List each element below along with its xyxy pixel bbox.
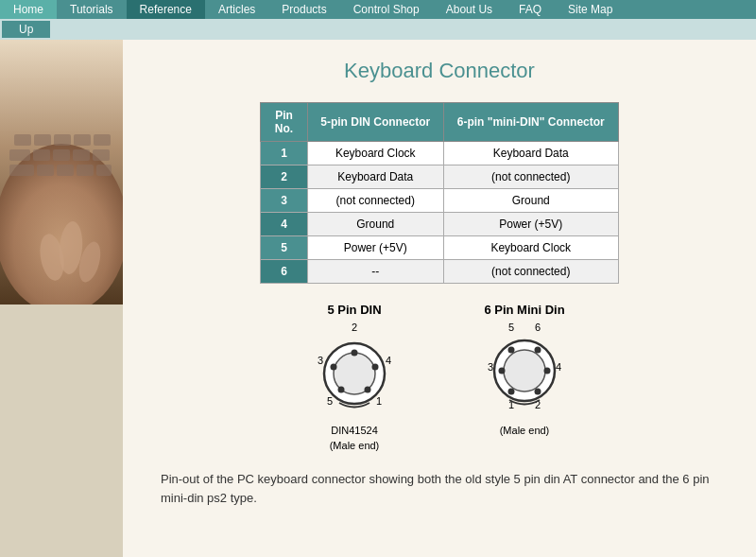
table-cell-din5: (not connected) <box>308 189 444 213</box>
svg-point-42 <box>499 368 506 374</box>
din5-caption2: (Male end) <box>298 440 411 451</box>
svg-rect-12 <box>9 165 34 176</box>
svg-rect-9 <box>53 149 70 161</box>
svg-rect-13 <box>37 165 54 176</box>
table-cell-pin: 4 <box>261 213 308 236</box>
table-cell-din5: Keyboard Data <box>308 165 444 189</box>
connector-table: Pin No. 5-pin DIN Connector 6-pin "mini-… <box>260 102 619 284</box>
diagrams-section: 5 Pin DIN 2 4 3 1 5 <box>151 303 728 451</box>
svg-rect-7 <box>9 149 30 161</box>
table-cell-din5: Keyboard Clock <box>308 142 444 165</box>
table-row: 3 (not connected) Ground <box>261 189 619 213</box>
table-header-pin: Pin No. <box>261 103 308 142</box>
din5-title: 5 Pin DIN <box>298 303 411 317</box>
svg-point-31 <box>331 364 337 371</box>
din6-caption: (Male end) <box>468 425 581 436</box>
din5-caption1: DIN41524 <box>298 425 411 436</box>
table-header-din5: 5-pin DIN Connector <box>308 103 444 142</box>
nav-controlshop[interactable]: Control Shop <box>340 0 433 19</box>
nav-sitemap[interactable]: Site Map <box>555 0 626 19</box>
svg-point-27 <box>352 350 358 357</box>
svg-point-29 <box>365 387 371 393</box>
svg-rect-2 <box>14 134 31 146</box>
svg-point-43 <box>544 368 551 374</box>
svg-point-39 <box>504 350 545 392</box>
svg-rect-8 <box>33 149 50 161</box>
svg-rect-11 <box>93 149 110 161</box>
din6-svg: 5 6 3 4 1 2 <box>468 322 581 421</box>
table-cell-pin: 6 <box>261 260 308 284</box>
din5-diagram: 5 Pin DIN 2 4 3 1 5 <box>298 303 411 451</box>
svg-text:4: 4 <box>556 361 561 373</box>
svg-point-40 <box>508 347 515 354</box>
description: Pin-out of the PC keyboard connector sho… <box>151 470 728 507</box>
table-row: 4 Ground Power (+5V) <box>261 213 619 236</box>
keyboard-illustration <box>0 40 123 305</box>
nav-products[interactable]: Products <box>268 0 339 19</box>
layout: Keyboard Connector Pin No. 5-pin DIN Con… <box>0 40 756 557</box>
nav-tutorials[interactable]: Tutorials <box>57 0 127 19</box>
svg-point-44 <box>508 389 515 395</box>
table-cell-pin: 1 <box>261 142 308 165</box>
svg-rect-14 <box>57 165 74 176</box>
table-row: 6 -- (not connected) <box>261 260 619 284</box>
nav-faq[interactable]: FAQ <box>506 0 555 19</box>
svg-text:2: 2 <box>352 322 357 333</box>
table-cell-pin: 5 <box>261 236 308 260</box>
table-cell-din6: (not connected) <box>443 260 618 284</box>
table-header-din6: 6-pin "mini-DIN" Connector <box>443 103 618 142</box>
svg-text:4: 4 <box>386 355 391 366</box>
table-row: 2 Keyboard Data (not connected) <box>261 165 619 189</box>
din5-svg: 2 4 3 1 5 <box>298 322 411 421</box>
table-cell-din6: Keyboard Clock <box>443 236 618 260</box>
svg-point-28 <box>372 364 379 371</box>
svg-text:6: 6 <box>535 322 541 333</box>
svg-rect-16 <box>96 165 112 176</box>
sub-nav-up[interactable]: Up <box>2 21 50 38</box>
sidebar-image <box>0 40 123 305</box>
table-cell-din6: (not connected) <box>443 165 618 189</box>
table-cell-din6: Power (+5V) <box>443 213 618 236</box>
svg-rect-3 <box>34 134 51 146</box>
svg-rect-6 <box>94 134 111 146</box>
svg-rect-10 <box>73 149 90 161</box>
table-cell-din5: Power (+5V) <box>308 236 444 260</box>
svg-rect-4 <box>54 134 71 146</box>
svg-text:5: 5 <box>508 322 514 333</box>
nav-home[interactable]: Home <box>0 0 57 19</box>
page-title: Keyboard Connector <box>151 59 728 83</box>
svg-text:3: 3 <box>488 361 493 373</box>
table-cell-din5: -- <box>308 260 444 284</box>
table-cell-din5: Ground <box>308 213 444 236</box>
table-row: 1 Keyboard Clock Keyboard Data <box>261 142 619 165</box>
table-cell-din6: Keyboard Data <box>443 142 618 165</box>
table-cell-din6: Ground <box>443 189 618 213</box>
nav-articles[interactable]: Articles <box>205 0 268 19</box>
svg-point-41 <box>535 347 541 354</box>
sidebar <box>0 40 123 557</box>
nav-bar: Home Tutorials Reference Articles Produc… <box>0 0 756 19</box>
svg-text:5: 5 <box>327 395 333 407</box>
svg-rect-5 <box>74 134 91 146</box>
svg-point-45 <box>535 389 541 395</box>
table-cell-pin: 2 <box>261 165 308 189</box>
main-content: Keyboard Connector Pin No. 5-pin DIN Con… <box>123 40 756 557</box>
din6-title: 6 Pin Mini Din <box>468 303 581 317</box>
svg-text:1: 1 <box>376 395 382 407</box>
din6-diagram: 6 Pin Mini Din 5 6 3 4 1 2 <box>468 303 581 451</box>
nav-reference[interactable]: Reference <box>127 0 205 19</box>
svg-text:3: 3 <box>318 355 323 366</box>
table-cell-pin: 3 <box>261 189 308 213</box>
table-row: 5 Power (+5V) Keyboard Clock <box>261 236 619 260</box>
svg-point-30 <box>338 387 345 393</box>
svg-rect-15 <box>77 165 94 176</box>
nav-aboutus[interactable]: About Us <box>433 0 506 19</box>
sub-nav: Up <box>0 19 756 40</box>
